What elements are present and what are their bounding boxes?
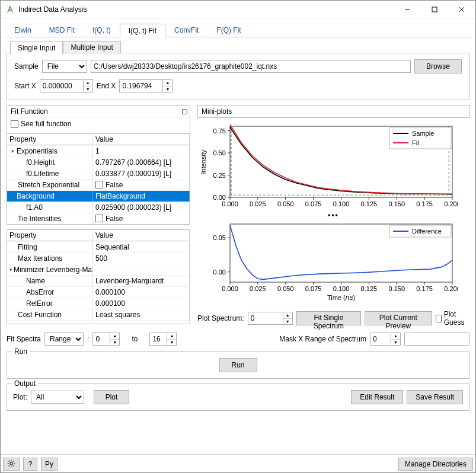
mask-up[interactable]: ▲ [391, 333, 400, 340]
fit-function-popout-icon[interactable]: ◻ [181, 107, 188, 116]
save-result-button[interactable]: Save Result [407, 390, 463, 404]
svg-line-72 [9, 461, 9, 461]
fitfunc-row[interactable]: Stretch ExponentialFalse [7, 179, 190, 190]
fitset-col-property[interactable]: Property [7, 230, 93, 241]
plot-separator-dots: ••• [197, 211, 469, 219]
property-label: Tie Intensities [9, 215, 62, 223]
python-button[interactable]: Py [41, 458, 57, 471]
startx-input[interactable] [40, 80, 83, 92]
sample-source-select[interactable]: File [42, 60, 87, 73]
window-maximize[interactable] [421, 1, 448, 18]
plot-guess-checkbox[interactable]: Plot Guess [436, 310, 469, 327]
settings-button[interactable] [3, 458, 20, 471]
fit-spectra-from-spin[interactable]: ▲▼ [92, 333, 120, 346]
see-full-function-checkbox[interactable]: See full function [11, 120, 71, 128]
help-button[interactable]: ? [23, 458, 37, 471]
tab-convfit[interactable]: ConvFit [165, 23, 207, 37]
fitset-row[interactable]: RelError0.000100 [7, 298, 190, 309]
caret-icon[interactable]: ▾ [9, 148, 15, 154]
to-down[interactable]: ▼ [167, 340, 176, 346]
caret-icon[interactable]: ▾ [9, 193, 15, 199]
fitfunc-col-property[interactable]: Property [7, 134, 93, 145]
window-minimize[interactable] [394, 1, 421, 18]
plot-spectrum-label: Plot Spectrum: [197, 314, 244, 322]
fit-function-group: Fit Function ◻ See full function Propert… [7, 105, 190, 225]
property-label: Max Iterations [9, 254, 62, 263]
edit-result-button[interactable]: Edit Result [351, 390, 403, 404]
from-down[interactable]: ▼ [110, 340, 119, 346]
tab-elwin[interactable]: Elwin [5, 23, 40, 37]
fitset-row[interactable]: Cost FunctionLeast squares [7, 309, 190, 320]
plot-current-preview-button[interactable]: Plot Current Preview [365, 311, 432, 325]
fitfunc-row[interactable]: ▾Exponentials1 [7, 145, 190, 156]
property-label: Fitting [9, 243, 37, 251]
property-value: Sequential [95, 243, 129, 251]
property-value: 0.797267 (0.000664) [L] [95, 158, 171, 167]
plot-spectrum-input[interactable] [248, 312, 283, 324]
startx-spin[interactable]: ▲▼ [40, 79, 93, 92]
input-tab-multiple[interactable]: Multiple Input [63, 41, 120, 53]
startx-step-down[interactable]: ▼ [84, 87, 92, 92]
fit-single-spectrum-button[interactable]: Fit Single Spectrum [296, 311, 361, 325]
input-panel: Sample File Browse Start X ▲▼ End X ▲▼ [7, 53, 469, 100]
svg-text:0.25: 0.25 [213, 172, 226, 179]
plot-spectrum-up[interactable]: ▲ [283, 312, 292, 319]
caret-icon[interactable]: ▾ [9, 267, 12, 273]
fitfunc-row[interactable]: f0.Lifetime0.033877 (0.000019) [L] [7, 168, 190, 179]
tab-iqt[interactable]: I(Q, t) [84, 23, 120, 37]
endx-input[interactable] [120, 80, 162, 92]
browse-button[interactable]: Browse [414, 59, 462, 73]
output-legend: Output [12, 379, 38, 388]
window-close[interactable] [448, 1, 475, 18]
to-up[interactable]: ▲ [167, 333, 176, 340]
plot-spectrum-spin[interactable]: ▲▼ [248, 312, 293, 325]
mini-plot-top: 0.0000.0250.0500.0750.1000.1250.1500.175… [197, 122, 469, 212]
checkbox-icon[interactable] [95, 181, 103, 188]
svg-line-75 [9, 465, 9, 466]
svg-text:0.000: 0.000 [222, 285, 238, 292]
svg-text:0.050: 0.050 [277, 285, 294, 292]
fitset-row[interactable]: ▾Minimizer Levenberg-Marquardt [7, 264, 190, 275]
svg-text:0.175: 0.175 [416, 285, 433, 292]
sample-path-input[interactable] [91, 60, 411, 73]
fitset-row[interactable]: AbsError0.000100 [7, 286, 190, 298]
fitset-row[interactable]: Evaluate Function AsCentrePoint [7, 320, 190, 322]
endx-step-up[interactable]: ▲ [163, 80, 172, 87]
tab-iqt-fit[interactable]: I(Q, t) Fit [120, 24, 165, 37]
mask-spectrum-spin[interactable]: ▲▼ [370, 333, 401, 346]
manage-directories-button[interactable]: Manage Directories [398, 458, 473, 471]
mask-range-input[interactable] [404, 333, 469, 346]
mask-down[interactable]: ▼ [391, 340, 400, 346]
fitfunc-row[interactable]: Tie IntensitiesFalse [7, 213, 190, 224]
output-plot-select[interactable]: All [31, 391, 84, 404]
fitfunc-col-value[interactable]: Value [93, 134, 190, 145]
endx-step-down[interactable]: ▼ [163, 87, 172, 92]
fit-spectra-to-input[interactable] [150, 333, 167, 345]
fit-spectra-mode-select[interactable]: Range [44, 333, 84, 346]
checkbox-icon[interactable] [95, 215, 103, 222]
fitset-row[interactable]: FittingSequential [7, 241, 190, 253]
fitfunc-row[interactable]: f0.Height0.797267 (0.000664) [L] [7, 156, 190, 168]
tab-msd-fit[interactable]: MSD Fit [40, 23, 84, 37]
from-up[interactable]: ▲ [110, 333, 119, 340]
plot-spectrum-down[interactable]: ▼ [283, 319, 292, 325]
run-button[interactable]: Run [219, 358, 257, 372]
svg-line-73 [13, 465, 14, 466]
property-value: 0.033877 (0.000019) [L] [95, 170, 171, 178]
fitset-row[interactable]: Max Iterations500 [7, 253, 190, 264]
input-tab-single[interactable]: Single Input [10, 41, 63, 54]
startx-step-up[interactable]: ▲ [84, 80, 92, 87]
fitset-row[interactable]: NameLevenberg-Marquardt [7, 275, 190, 286]
mask-spectrum-input[interactable] [370, 333, 391, 345]
fit-spectra-from-input[interactable] [93, 333, 110, 345]
property-value: 0.025900 (0.000023) [L] [95, 203, 171, 212]
fitfunc-row[interactable]: f1.A00.025900 (0.000023) [L] [7, 202, 190, 213]
mini-plots-title: Mini-plots [202, 107, 232, 116]
fitfunc-row[interactable]: ▾BackgroundFlatBackground [7, 190, 190, 202]
property-value: False [106, 181, 123, 189]
output-plot-button[interactable]: Plot [94, 390, 129, 404]
fitset-col-value[interactable]: Value [93, 230, 190, 241]
fit-spectra-to-spin[interactable]: ▲▼ [149, 333, 177, 346]
endx-spin[interactable]: ▲▼ [119, 79, 172, 92]
tab-fq-fit[interactable]: F(Q) Fit [207, 23, 250, 37]
